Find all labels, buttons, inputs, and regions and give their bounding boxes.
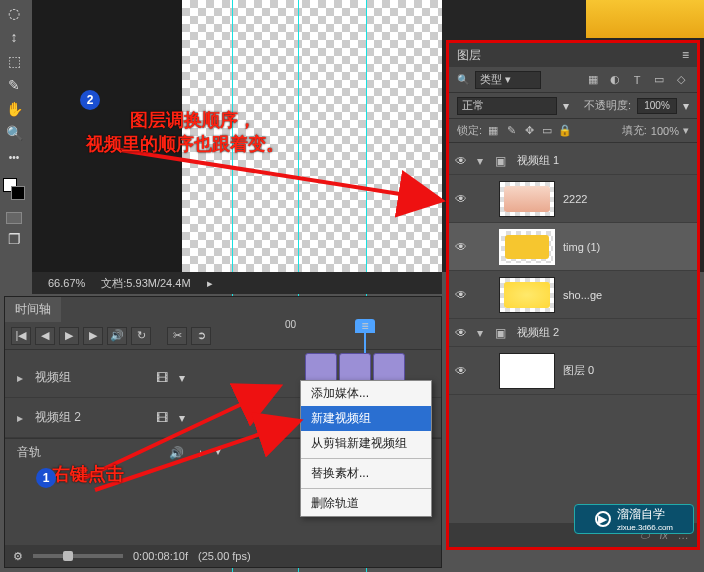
transition-button[interactable]: ➲ (191, 327, 211, 345)
eyedrop-tool-icon[interactable]: ✎ (4, 76, 24, 94)
crop-tool-icon[interactable]: ⬚ (4, 52, 24, 70)
quickmask-icon[interactable] (6, 212, 22, 224)
timeline-tab[interactable]: 时间轴 (5, 297, 61, 322)
panel-title: 图层 (457, 47, 481, 64)
filter-shape-icon[interactable]: ▭ (651, 72, 667, 88)
zoom-tool-icon[interactable]: 🔍 (4, 124, 24, 142)
loop-button[interactable]: ↻ (131, 327, 151, 345)
layer-item[interactable]: 👁 timg (1) (449, 223, 697, 271)
layer-name[interactable]: timg (1) (563, 241, 600, 253)
opacity-value[interactable]: 100% (637, 98, 677, 114)
layer-item[interactable]: 👁 图层 0 (449, 347, 697, 395)
status-chevron-icon[interactable]: ▸ (207, 277, 213, 290)
layer-name[interactable]: sho...ge (563, 289, 602, 301)
status-bar: 66.67% 文档:5.93M/24.4M ▸ (32, 272, 442, 294)
fps-label: (25.00 fps) (198, 550, 251, 562)
timeline-bottom-bar: ⚙ 0:00:08:10f (25.00 fps) (5, 545, 441, 567)
left-toolbar: ◌ ↕ ⬚ ✎ ✋ 🔍 ••• ❐ (0, 0, 28, 300)
canvas-dark-region (32, 0, 182, 272)
hand-tool-icon[interactable]: ✋ (4, 100, 24, 118)
menu-replace-footage[interactable]: 替换素材... (301, 461, 431, 486)
annotation-marker-2: 2 (80, 90, 100, 110)
time-ruler[interactable]: 00 (285, 319, 296, 347)
lasso-tool-icon[interactable]: ◌ (4, 4, 24, 22)
timeline-controls: |◀ ◀ ▶ ▶ 🔊 ↻ ✂ ➲ (5, 322, 441, 350)
cut-button[interactable]: ✂ (167, 327, 187, 345)
panel-menu-icon[interactable]: ≡ (682, 48, 689, 62)
menu-add-media[interactable]: 添加媒体... (301, 381, 431, 406)
opacity-label: 不透明度: (584, 98, 631, 113)
move-tool-icon[interactable]: ↕ (4, 28, 24, 46)
chevron-down-icon[interactable]: ▾ (477, 154, 487, 168)
sound-button[interactable]: 🔊 (107, 327, 127, 345)
context-menu: 添加媒体... 新建视频组 从剪辑新建视频组 替换素材... 删除轨道 (300, 380, 432, 517)
color-swatches[interactable] (3, 178, 25, 200)
step-back-button[interactable]: ◀ (35, 327, 55, 345)
visibility-icon[interactable]: 👁 (455, 154, 469, 168)
visibility-icon[interactable]: 👁 (455, 192, 469, 206)
visibility-icon[interactable]: 👁 (455, 364, 469, 378)
chevron-right-icon[interactable]: ▸ (17, 411, 27, 425)
annotation-marker-1: 1 (36, 468, 56, 488)
layer-name[interactable]: 视频组 1 (517, 153, 559, 168)
layer-group[interactable]: 👁 ▾ ▣ 视频组 1 (449, 147, 697, 175)
filter-text-icon[interactable]: T (629, 72, 645, 88)
layer-thumbnail[interactable] (499, 229, 555, 265)
go-first-button[interactable]: |◀ (11, 327, 31, 345)
visibility-icon[interactable]: 👁 (455, 326, 469, 340)
menu-new-video-group[interactable]: 新建视频组 (301, 406, 431, 431)
chevron-down-icon[interactable]: ▾ (477, 326, 487, 340)
zoom-slider[interactable] (33, 554, 123, 558)
fill-value[interactable]: 100% (651, 125, 679, 137)
chevron-right-icon[interactable]: ▸ (17, 371, 27, 385)
zoom-level[interactable]: 66.67% (48, 277, 85, 289)
layer-thumbnail[interactable] (499, 181, 555, 217)
watermark: ▶ 溜溜自学 zixue.3d66.com (574, 504, 694, 534)
filter-adjust-icon[interactable]: ◐ (607, 72, 623, 88)
lock-pixels-icon[interactable]: ▦ (486, 124, 500, 138)
filter-image-icon[interactable]: ▦ (585, 72, 601, 88)
layer-thumbnail[interactable] (499, 277, 555, 313)
lock-brush-icon[interactable]: ✎ (504, 124, 518, 138)
visibility-icon[interactable]: 👁 (455, 240, 469, 254)
playhead[interactable]: ≡ (355, 319, 375, 333)
track-label: 音轨 (17, 444, 41, 461)
lock-all-icon[interactable]: 🔒 (558, 124, 572, 138)
layer-name[interactable]: 图层 0 (563, 363, 594, 378)
layer-item[interactable]: 👁 2222 (449, 175, 697, 223)
track-label: 视频组 (35, 369, 145, 386)
step-fwd-button[interactable]: ▶ (83, 327, 103, 345)
filter-smart-icon[interactable]: ◇ (673, 72, 689, 88)
layer-item[interactable]: 👁 sho...ge (449, 271, 697, 319)
menu-new-group-from-clips[interactable]: 从剪辑新建视频组 (301, 431, 431, 456)
lock-label: 锁定: (457, 123, 482, 138)
layer-group[interactable]: 👁 ▾ ▣ 视频组 2 (449, 319, 697, 347)
visibility-icon[interactable]: 👁 (455, 288, 469, 302)
menu-delete-track[interactable]: 删除轨道 (301, 491, 431, 516)
film-icon[interactable]: 🎞 (153, 409, 171, 427)
fill-label: 填充: (622, 123, 647, 138)
lock-artboard-icon[interactable]: ▭ (540, 124, 554, 138)
audio-note-icon[interactable]: ♪ (191, 444, 209, 462)
gear-icon[interactable]: ⚙ (13, 550, 23, 563)
track-label: 视频组 2 (35, 409, 145, 426)
layers-panel: 图层 ≡ 🔍 类型 ▾ ▦ ◐ T ▭ ◇ 正常 ▾ 不透明度: 100% ▾ … (446, 40, 700, 550)
lock-move-icon[interactable]: ✥ (522, 124, 536, 138)
image-preview-strip (586, 0, 704, 38)
play-button[interactable]: ▶ (59, 327, 79, 345)
search-icon[interactable]: 🔍 (457, 74, 469, 85)
doc-size: 文档:5.93M/24.4M (101, 276, 190, 291)
folder-icon: ▣ (495, 326, 509, 340)
layer-name[interactable]: 2222 (563, 193, 587, 205)
layer-thumbnail[interactable] (499, 353, 555, 389)
layer-list: 👁 ▾ ▣ 视频组 1 👁 2222 👁 timg (1) 👁 sho...ge… (449, 143, 697, 399)
screenmode-icon[interactable]: ❐ (4, 230, 24, 248)
timecode[interactable]: 0:00:08:10f (133, 550, 188, 562)
folder-icon: ▣ (495, 154, 509, 168)
play-icon: ▶ (595, 511, 611, 527)
blend-mode-select[interactable]: 正常 (457, 97, 557, 115)
filter-type-select[interactable]: 类型 ▾ (475, 71, 541, 89)
layer-name[interactable]: 视频组 2 (517, 325, 559, 340)
audio-sound-icon[interactable]: 🔊 (167, 444, 185, 462)
film-icon[interactable]: 🎞 (153, 369, 171, 387)
